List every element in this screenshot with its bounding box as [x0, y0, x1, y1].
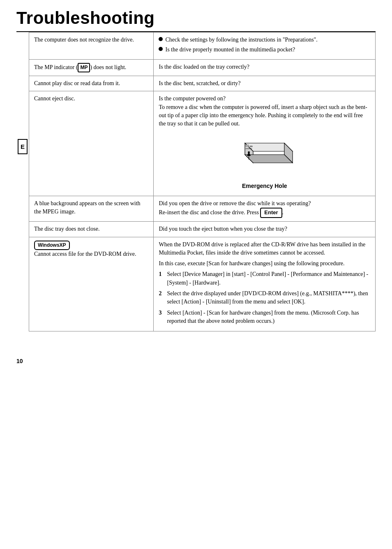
emergency-hole-illustration — [232, 132, 297, 177]
solution-cell: Is the disc bent, scratched, or dirty? — [154, 76, 376, 91]
svg-rect-7 — [245, 145, 249, 147]
content-wrapper: E The computer does not recognize the dr… — [16, 32, 376, 331]
solution-line2: Re-insert the disc and close the drive. … — [159, 209, 284, 215]
bullet-icon — [159, 47, 163, 51]
bullet-item: Check the settings by following the inst… — [159, 36, 370, 44]
troubleshooting-table: The computer does not recognize the driv… — [29, 32, 376, 331]
solution-text: Is the drive properly mounted in the mul… — [165, 46, 295, 54]
side-tab-label: E — [18, 139, 28, 154]
solution-text: Is the disc loaded on the tray correctly… — [159, 64, 249, 70]
solution-cell: Did you touch the eject button when you … — [154, 222, 376, 237]
svg-rect-6 — [250, 146, 252, 147]
solution-para2: In this case, execute [Scan for hardware… — [159, 259, 370, 268]
svg-marker-3 — [245, 155, 293, 163]
solution-cell: Is the computer powered on? To remove a … — [154, 91, 376, 196]
solution-cell: When the DVD-ROM drive is replaced after… — [154, 237, 376, 331]
enter-badge: Enter — [260, 208, 282, 218]
solution-text: Did you touch the eject button when you … — [159, 226, 287, 232]
table-row: Cannot play disc or read data from it. I… — [29, 76, 376, 91]
problem-text: The computer does not recognize the driv… — [34, 37, 134, 43]
step-number: 3 — [159, 309, 164, 317]
step-number: 2 — [159, 290, 164, 298]
emergency-hole-label: Emergency Hole — [159, 182, 370, 190]
table-row: The computer does not recognize the driv… — [29, 32, 376, 60]
step-text: Select [Action] - [Scan for hardware cha… — [167, 309, 370, 326]
problem-cell: Cannot eject disc. — [29, 91, 154, 196]
bullet-item: Is the drive properly mounted in the mul… — [159, 46, 370, 54]
step-item: 3 Select [Action] - [Scan for hardware c… — [159, 309, 370, 326]
solution-cell: Check the settings by following the inst… — [154, 32, 376, 60]
problem-cell: WindowsXP Cannot access file for the DVD… — [29, 237, 154, 331]
step-number: 1 — [159, 270, 164, 278]
table-row: A blue background appears on the screen … — [29, 196, 376, 222]
solution-cell: Did you open the drive or remove the dis… — [154, 196, 376, 222]
problem-cell: The MP indicator (MP) does not light. — [29, 59, 154, 76]
windows-xp-badge: WindowsXP — [34, 241, 70, 250]
svg-point-5 — [248, 151, 250, 153]
page-number: 10 — [16, 358, 23, 364]
page-title: Troubleshooting — [16, 8, 376, 28]
solution-para: To remove a disc when the computer is po… — [159, 104, 367, 127]
step-text: Select [Device Manager] in [start] - [Co… — [167, 270, 370, 287]
step-item: 1 Select [Device Manager] in [start] - [… — [159, 270, 370, 287]
problem-cell: Cannot play disc or read data from it. — [29, 76, 154, 91]
problem-cell: The computer does not recognize the driv… — [29, 32, 154, 60]
solution-text: Is the computer powered on? — [159, 95, 226, 102]
solution-text: Did you open the drive or remove the dis… — [159, 200, 311, 206]
table-row: Cannot eject disc. Is the computer power… — [29, 91, 376, 196]
table-row: WindowsXP Cannot access file for the DVD… — [29, 237, 376, 331]
main-content: The computer does not recognize the driv… — [29, 32, 376, 331]
problem-text: Cannot access file for the DVD-ROM drive… — [34, 251, 136, 257]
step-item: 2 Select the drive displayed under [DVD/… — [159, 290, 370, 306]
side-tab: E — [16, 139, 29, 331]
problem-text: A blue background appears on the screen … — [34, 200, 141, 215]
bullet-icon — [159, 37, 163, 41]
solution-text: Is the disc bent, scratched, or dirty? — [159, 80, 240, 86]
table-row: The MP indicator (MP) does not light. Is… — [29, 59, 376, 76]
problem-text: The MP indicator (MP) does not light. — [34, 64, 126, 70]
problem-cell: A blue background appears on the screen … — [29, 196, 154, 222]
problem-cell: The disc tray does not close. — [29, 222, 154, 237]
table-row: The disc tray does not close. Did you to… — [29, 222, 376, 237]
problem-text: Cannot eject disc. — [34, 95, 75, 102]
emergency-hole-section: Emergency Hole — [159, 128, 370, 192]
mp-badge: MP — [78, 63, 90, 72]
solution-text: Check the settings by following the inst… — [165, 36, 317, 44]
numbered-steps: 1 Select [Device Manager] in [start] - [… — [159, 270, 370, 325]
problem-text: The disc tray does not close. — [34, 226, 99, 232]
footer: 10 — [16, 331, 376, 352]
solution-cell: Is the disc loaded on the tray correctly… — [154, 59, 376, 76]
solution-intro: When the DVD-ROM drive is replaced after… — [159, 241, 370, 257]
problem-text: Cannot play disc or read data from it. — [34, 80, 120, 86]
step-text: Select the drive displayed under [DVD/CD… — [167, 290, 370, 306]
